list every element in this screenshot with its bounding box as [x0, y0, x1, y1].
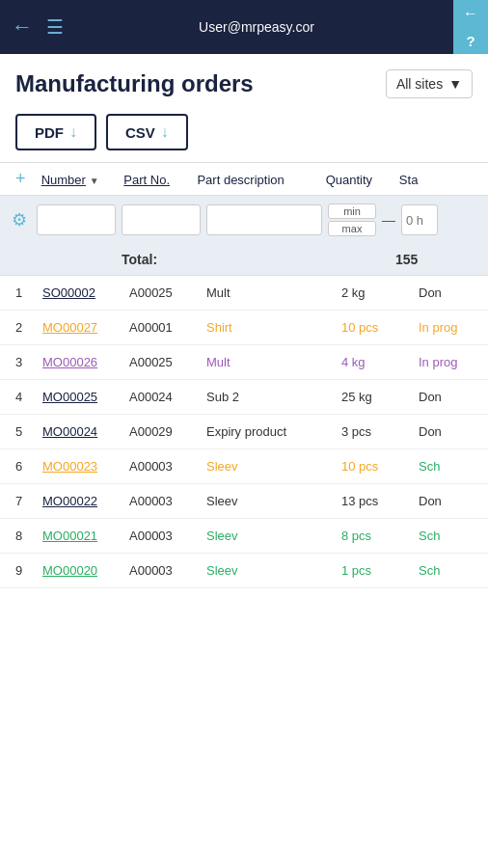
row-index: 3	[15, 355, 42, 369]
row-index: 9	[15, 563, 42, 578]
row-number[interactable]: MO00025	[42, 390, 129, 404]
row-status: Don	[419, 390, 442, 404]
row-partno: A00003	[129, 529, 206, 543]
row-index: 1	[15, 285, 42, 300]
row-partdesc: Sub 2	[206, 390, 341, 404]
min-button[interactable]: min	[328, 203, 376, 219]
row-status: Sch	[419, 563, 440, 578]
row-partno: A00025	[129, 285, 206, 300]
max-button[interactable]: max	[328, 221, 376, 236]
table-row: 9 MO00020 A00003 Sleev 1 pcs Sch	[0, 554, 488, 588]
row-number[interactable]: MO00023	[42, 459, 129, 474]
row-partdesc: Sleev	[206, 563, 341, 578]
row-partno: A00024	[129, 390, 206, 404]
row-index: 7	[15, 494, 42, 508]
table-row: 3 MO00026 A00025 Mult 4 kg In prog	[0, 345, 488, 380]
column-header-status: Sta	[399, 173, 419, 187]
row-number[interactable]: MO00027	[42, 320, 129, 335]
row-status: Sch	[419, 459, 440, 474]
row-partdesc: Sleev	[206, 494, 341, 508]
row-partno: A00003	[129, 494, 206, 508]
filter-qty-input[interactable]	[401, 204, 438, 235]
filter-settings-button[interactable]: ⚙	[8, 209, 31, 231]
row-number[interactable]: MO00020	[42, 563, 129, 578]
row-number[interactable]: MO00021	[42, 529, 129, 543]
column-header-quantity: Quantity	[326, 173, 372, 187]
table-row: 1 SO00002 A00025 Mult 2 kg Don	[0, 276, 488, 311]
help-button[interactable]: ?	[453, 27, 488, 54]
column-header-partno[interactable]: Part No.	[123, 173, 170, 187]
row-partno: A00025	[129, 355, 206, 369]
filter-number-input[interactable]	[37, 204, 116, 235]
top-nav: ← ☰ User@mrpeasy.cor → ← ?	[0, 0, 488, 54]
row-qty: 8 pcs	[341, 529, 419, 543]
row-partno: A00003	[129, 563, 206, 578]
row-qty: 2 kg	[341, 285, 419, 300]
pdf-download-icon: ↓	[69, 123, 77, 141]
filter-partdesc-input[interactable]	[206, 204, 322, 235]
table-row: 6 MO00023 A00003 Sleev 10 pcs Sch	[0, 449, 488, 484]
site-selector[interactable]: All sites ▼	[386, 69, 473, 98]
page-title: Manufacturing orders	[15, 70, 254, 97]
row-index: 4	[15, 390, 42, 404]
total-value: 155	[395, 252, 473, 267]
pdf-export-button[interactable]: PDF ↓	[15, 114, 96, 150]
filter-section: ⚙ min max —	[0, 196, 488, 244]
table-row: 2 MO00027 A00001 Shirt 10 pcs In prog	[0, 311, 488, 345]
back-button[interactable]: ←	[12, 14, 33, 40]
row-partdesc: Mult	[206, 355, 341, 369]
row-partdesc: Sleev	[206, 459, 341, 474]
csv-download-icon: ↓	[161, 123, 169, 141]
row-index: 2	[15, 320, 42, 335]
row-index: 8	[15, 529, 42, 543]
row-partdesc: Expiry product	[206, 424, 341, 439]
csv-label: CSV	[125, 124, 155, 141]
add-row-button[interactable]: +	[15, 169, 26, 188]
row-qty: 13 pcs	[341, 494, 419, 508]
filter-partno-input[interactable]	[122, 204, 201, 235]
row-number[interactable]: SO00002	[42, 285, 129, 300]
quantity-minmax: min max	[328, 203, 376, 236]
export-row: PDF ↓ CSV ↓	[0, 106, 488, 162]
table-header: + Number ▼ Part No. Part description Qua…	[0, 162, 488, 196]
row-partdesc: Shirt	[206, 320, 341, 335]
pdf-label: PDF	[35, 124, 64, 141]
row-qty: 4 kg	[341, 355, 419, 369]
user-email: User@mrpeasy.cor	[64, 19, 449, 35]
row-index: 6	[15, 459, 42, 474]
row-status: Don	[419, 285, 442, 300]
column-header-number[interactable]: Number	[41, 173, 86, 187]
row-number[interactable]: MO00026	[42, 355, 129, 369]
row-status: Don	[419, 494, 442, 508]
row-status: In prog	[419, 320, 457, 335]
row-status: Sch	[419, 529, 440, 543]
table-row: 4 MO00025 A00024 Sub 2 25 kg Don	[0, 380, 488, 415]
data-rows-container: 1 SO00002 A00025 Mult 2 kg Don 2 MO00027…	[0, 276, 488, 588]
page-header: Manufacturing orders All sites ▼	[0, 54, 488, 106]
column-header-partdesc: Part description	[197, 173, 284, 187]
csv-export-button[interactable]: CSV ↓	[106, 114, 188, 150]
row-qty: 10 pcs	[341, 459, 419, 474]
row-index: 5	[15, 424, 42, 439]
row-partno: A00003	[129, 459, 206, 474]
total-label: Total:	[15, 252, 395, 267]
row-status: Don	[419, 424, 442, 439]
total-row: Total: 155	[0, 244, 488, 276]
sort-arrow-icon: ▼	[90, 176, 99, 186]
row-partno: A00029	[129, 424, 206, 439]
row-qty: 25 kg	[341, 390, 419, 404]
row-number[interactable]: MO00022	[42, 494, 129, 508]
site-selector-label: All sites	[396, 76, 443, 92]
row-partdesc: Mult	[206, 285, 341, 300]
hamburger-menu-button[interactable]: ☰	[46, 15, 64, 39]
filter-dash: —	[382, 212, 395, 228]
chevron-down-icon: ▼	[448, 76, 462, 92]
row-partno: A00001	[129, 320, 206, 335]
row-number[interactable]: MO00024	[42, 424, 129, 439]
side-back-button[interactable]: ←	[453, 0, 488, 27]
row-qty: 1 pcs	[341, 563, 419, 578]
table-row: 5 MO00024 A00029 Expiry product 3 pcs Do…	[0, 415, 488, 449]
row-qty: 3 pcs	[341, 424, 419, 439]
table-row: 7 MO00022 A00003 Sleev 13 pcs Don	[0, 484, 488, 519]
table-row: 8 MO00021 A00003 Sleev 8 pcs Sch	[0, 519, 488, 554]
